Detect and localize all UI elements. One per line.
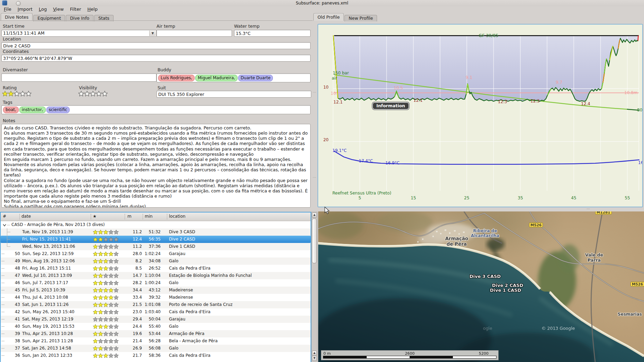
dive-number: 41 [5, 317, 20, 322]
dive-list-scrollbar[interactable]: ▲ ▲ ▼ [311, 212, 317, 362]
peak-annotation: 10.5 [394, 85, 403, 90]
col-header-duration[interactable]: min [145, 214, 153, 219]
dive-row[interactable]: 43Sat, Jun 1, 2013 11:2621.51:01:08Porto… [1, 301, 311, 308]
dive-location: Armação de Pêra [169, 331, 307, 336]
dive-number: 43 [5, 302, 20, 307]
star-empty-icon [114, 266, 119, 271]
star-empty-icon [108, 244, 114, 249]
rating-stars[interactable] [2, 91, 32, 97]
trip-group-row[interactable]: CASD - Armação de Pêra, Nov 2013 (3 dive… [1, 221, 311, 228]
menu-help[interactable]: Help [84, 6, 101, 12]
col-header-num[interactable]: # [3, 214, 6, 219]
tag-pill[interactable]: boat, [3, 107, 19, 113]
information-tooltip[interactable]: Information [372, 102, 409, 110]
notes-textarea[interactable]: Aula do curso CASD. Transectos c/video e… [1, 124, 311, 208]
dive-row[interactable]: 45Fri, Jul 5, 2013 10:3934.443:12Madeire… [1, 287, 311, 294]
star-empty-icon [114, 288, 119, 293]
dive-row[interactable]: 42Sun, May 26, 2013 15:4023.01:03:40Cais… [1, 308, 311, 316]
col-header-location[interactable]: location [169, 214, 186, 219]
buddy-pill[interactable]: Miguel Madureira, [195, 75, 238, 81]
tab-old-profile[interactable]: Old Profile [313, 13, 344, 21]
dive-rating-stars [93, 302, 119, 307]
star-empty-icon [114, 237, 119, 242]
horizontal-splitter[interactable]: ⋯ [587, 207, 590, 211]
dive-row[interactable]: 46Sun, Jul 7, 2013 17:1728.21:00:24Galo [1, 279, 311, 287]
dive-date: Tue, Nov 19, 2013 11:39 [22, 229, 90, 234]
dive-row[interactable]: 47Wed, Jul 10, 2013 13:0914.71:10:04Esta… [1, 272, 311, 279]
menu-import[interactable]: Import [15, 6, 36, 12]
map-water-label: Ribeira deAlcantarilha [468, 228, 502, 238]
dive-site-marker[interactable]: Dive 1 CASD [490, 288, 521, 293]
dive-row[interactable]: 38Sun, Apr 21, 2013 11:2821.456:28Bela -… [1, 337, 311, 345]
dive-site-marker[interactable]: Dive 3 CASD [469, 274, 501, 279]
dive-row[interactable]: 39Thu, Apr 25, 2013 10:2819.653:44Armaçã… [1, 330, 311, 337]
dive-date: Sun, Apr 21, 2013 11:28 [22, 338, 90, 343]
dive-row[interactable]: 49Mon, Aug 19, 2013 12:068.234:08Galo [1, 257, 311, 265]
tab-dive-notes[interactable]: Dive Notes [1, 13, 33, 21]
column-separator [143, 214, 143, 219]
star-empty-icon [114, 309, 119, 315]
dive-depth: 28.0 [124, 251, 142, 256]
dive-row[interactable]: 36Sun, Jan 20, 2013 12:3321.758:36Cais d… [1, 352, 311, 359]
menu-file[interactable]: File [1, 6, 15, 12]
tag-pill[interactable]: instructor, [19, 107, 46, 113]
column-separator [125, 214, 125, 219]
coordinates-input[interactable] [1, 55, 311, 62]
dive-duration: 1:00:24 [141, 280, 161, 285]
dive-number: 42 [5, 309, 20, 314]
divemaster-label: Divemaster [3, 67, 28, 72]
air-temp-input[interactable] [156, 30, 232, 37]
location-input[interactable] [1, 42, 311, 49]
menu-bar: FileImportLogViewFilterHelp [1, 6, 101, 13]
map-place-label: Sesmarias [614, 312, 644, 317]
dive-row[interactable]: 48Fri, Aug 16, 2013 15:118.526:52Cais da… [1, 265, 311, 272]
water-temp-input[interactable] [234, 30, 311, 37]
star-empty-icon [103, 280, 108, 286]
dive-row[interactable]: 50Sun, Sep 22, 2013 12:5928.01:02:24Gara… [1, 250, 311, 257]
dive-duration: 1:10:04 [141, 273, 161, 278]
star-empty-icon [114, 244, 119, 249]
end-pressure-label: 80 [637, 108, 642, 112]
star-empty-icon [103, 237, 108, 242]
temp-annotation: 19.1°C [332, 148, 347, 153]
visibility-stars[interactable] [78, 91, 108, 97]
menu-log[interactable]: Log [36, 6, 50, 12]
dive-list-table[interactable]: # date ★ m min location CASD - Armação d… [0, 212, 311, 362]
tags-input[interactable]: boat, instructor, scientific [1, 105, 311, 114]
dive-location: Porto de recreio de Santa Cruz [169, 302, 307, 307]
collapse-arrow-icon[interactable] [2, 223, 7, 227]
buddy-input[interactable]: Luís Rodrigues, Miguel Madureira, Duarte… [156, 73, 311, 82]
dive-row[interactable]: 37Sat, Jan 26, 2013 14:5826.956:08Galo [1, 345, 311, 352]
col-header-depth[interactable]: m [127, 214, 132, 219]
dive-row[interactable]: 41Sat, May 25, 2013 12:1929.450:04Garaja… [1, 316, 311, 323]
dive-row[interactable]: 44Thu, Jul 4, 2013 10:0833.439:32Madeire… [1, 294, 311, 301]
dive-depth: 8.5 [124, 266, 142, 271]
time-tick: 25 [462, 196, 472, 200]
dive-site-marker[interactable]: Dive 2 CASD [492, 283, 523, 288]
col-header-date[interactable]: date [21, 214, 31, 219]
tab-new-profile[interactable]: New Profile [345, 15, 377, 21]
dive-row-selected[interactable]: Fri, Nov 15, 2013 11:4112.456:35Dive 2 C… [1, 236, 311, 243]
chevron-down-icon[interactable]: ▼ [149, 30, 156, 36]
dive-site-map[interactable]: Armaçãode Pêra Ribeira deAlcantarilha Va… [318, 211, 644, 362]
menu-view[interactable]: View [50, 6, 67, 12]
scroll-down-icon[interactable]: ▼ [312, 356, 317, 361]
start-time-input[interactable]: 11/15/13 11:41 AM ▼ [1, 30, 156, 37]
scrollbar-thumb[interactable] [312, 218, 317, 263]
buddy-pill[interactable]: Duarte Duarte [238, 75, 273, 81]
scroll-up-icon[interactable]: ▲ [312, 351, 317, 356]
dive-row[interactable]: Tue, Nov 19, 2013 11:3911.251:32Dive 3 C… [1, 228, 311, 236]
dive-row[interactable]: Wed, Nov 13, 2013 11:0611.237:36Dive 1 C… [1, 243, 311, 250]
buddy-pill[interactable]: Luís Rodrigues, [158, 75, 195, 81]
col-header-rating[interactable]: ★ [93, 214, 97, 219]
depth-annotation: 12.3 [498, 99, 507, 104]
divemaster-input[interactable] [1, 73, 156, 82]
dive-profile-chart[interactable]: 10.8 GF 30/85 150 bar air 10 20 12.1 12.… [317, 24, 643, 207]
depth-annotation: 12.1 [333, 100, 343, 105]
dive-row[interactable]: 40Sun, May 19, 2013 15:5324.455:40Galo [1, 323, 311, 330]
star-filled-icon [103, 353, 108, 358]
suit-input[interactable] [156, 91, 311, 98]
scroll-up-icon[interactable]: ▲ [312, 212, 317, 218]
tag-pill[interactable]: scientific [46, 107, 70, 113]
menu-filter[interactable]: Filter [67, 6, 84, 12]
